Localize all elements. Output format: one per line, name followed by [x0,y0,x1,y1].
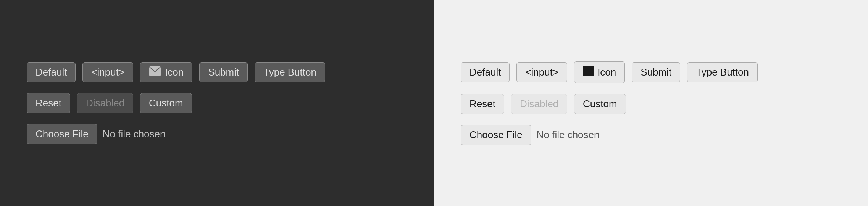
light-disabled-button: Disabled [511,94,567,114]
light-row-1: Default <input> Icon Submit Type Button [461,61,841,83]
light-file-status: No file chosen [537,129,600,141]
light-panel: Default <input> Icon Submit Type Button … [434,0,868,206]
light-row-2: Reset Disabled Custom [461,94,841,114]
dark-row-1: Default <input> Icon Submit Type Button [27,62,407,82]
dark-icon-button[interactable]: Icon [140,62,192,82]
dark-disabled-button: Disabled [77,93,133,113]
light-input-button[interactable]: <input> [516,62,567,82]
dark-reset-button[interactable]: Reset [27,93,70,113]
mail-icon [149,66,161,78]
dark-row-2: Reset Disabled Custom [27,93,407,113]
light-custom-button[interactable]: Custom [574,94,626,114]
dark-choose-file-button[interactable]: Choose File [27,124,97,144]
light-reset-button[interactable]: Reset [461,94,504,114]
black-square-icon [583,66,594,79]
dark-panel: Default <input> Icon Submit Type Button … [0,0,434,206]
light-type-button[interactable]: Type Button [687,62,758,82]
dark-type-button[interactable]: Type Button [255,62,325,82]
dark-submit-button[interactable]: Submit [199,62,248,82]
light-default-button[interactable]: Default [461,62,510,82]
dark-icon-button-label: Icon [165,66,184,78]
light-icon-button[interactable]: Icon [574,61,625,83]
dark-custom-button[interactable]: Custom [140,93,192,113]
light-submit-button[interactable]: Submit [632,62,680,82]
dark-input-button[interactable]: <input> [82,62,133,82]
dark-default-button[interactable]: Default [27,62,76,82]
dark-file-input-row: Choose File No file chosen [27,124,407,144]
dark-file-status: No file chosen [103,128,166,140]
light-choose-file-button[interactable]: Choose File [461,125,531,145]
light-file-input-row: Choose File No file chosen [461,125,841,145]
light-icon-button-label: Icon [597,66,616,78]
